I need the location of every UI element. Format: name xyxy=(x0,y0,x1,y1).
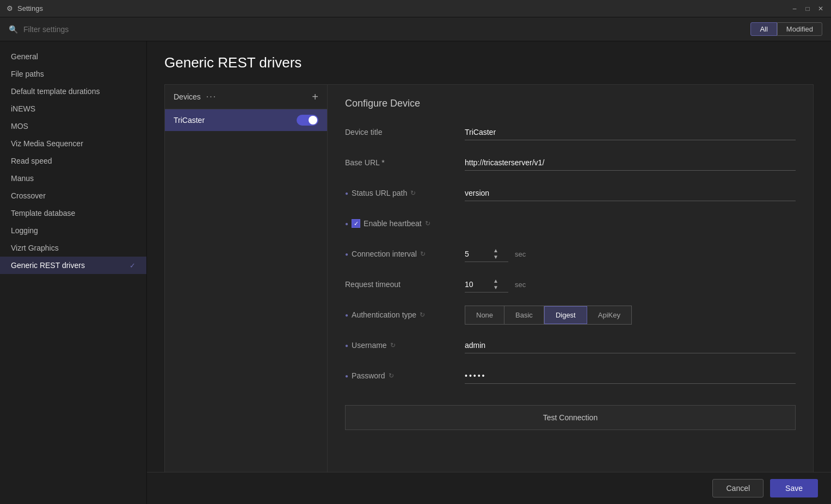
label-password: ● Password ↻ xyxy=(345,371,465,380)
sidebar-label-read-speed: Read speed xyxy=(11,157,52,165)
input-device-title[interactable] xyxy=(465,125,796,140)
sidebar-label-crossover: Crossover xyxy=(11,191,46,200)
refresh-icon-username[interactable]: ↻ xyxy=(390,341,396,349)
auth-btn-basic[interactable]: Basic xyxy=(504,306,544,324)
input-base-url[interactable] xyxy=(465,155,796,171)
form-row-device-title: Device title xyxy=(345,122,796,142)
toggle-knob xyxy=(309,116,317,125)
sidebar-item-logging[interactable]: Logging xyxy=(0,222,146,239)
sidebar-label-logging: Logging xyxy=(11,226,38,235)
page-title: Generic REST drivers xyxy=(164,54,814,71)
connection-interval-group: ▲ ▼ sec xyxy=(465,246,526,262)
devices-panel: Devices ··· + TriCaster xyxy=(164,84,328,488)
auth-btn-digest[interactable]: Digest xyxy=(544,306,587,324)
input-username[interactable] xyxy=(465,338,796,353)
input-status-url-path[interactable] xyxy=(465,185,796,201)
filter-modified-button[interactable]: Modified xyxy=(777,22,822,36)
sidebar-label-manus: Manus xyxy=(11,174,34,183)
devices-add-button[interactable]: + xyxy=(312,91,318,102)
search-icon: 🔍 xyxy=(9,25,18,34)
refresh-icon-password[interactable]: ↻ xyxy=(389,372,394,379)
label-status-url-path: ● Status URL path ↻ xyxy=(345,189,465,197)
test-connection-button[interactable]: Test Connection xyxy=(345,405,796,430)
maximize-button[interactable]: □ xyxy=(804,5,811,13)
search-bar: 🔍 All Modified xyxy=(0,17,831,41)
form-row-base-url: Base URL * xyxy=(345,153,796,172)
label-connection-interval: ● Connection interval ↻ xyxy=(345,250,465,258)
sidebar-label-viz-media-sequencer: Viz Media Sequencer xyxy=(11,139,83,148)
dot-icon-connection: ● xyxy=(345,251,348,257)
minimize-button[interactable]: – xyxy=(791,5,798,13)
sidebar-label-file-paths: File paths xyxy=(11,70,44,78)
dot-icon: ● xyxy=(345,190,348,196)
configure-panel: Configure Device Device title Base URL * xyxy=(328,84,814,488)
sidebar-item-mos[interactable]: MOS xyxy=(0,117,146,135)
form-row-request-timeout: Request timeout ▲ ▼ sec xyxy=(345,275,796,294)
dot-icon-username: ● xyxy=(345,343,348,349)
auth-btn-none[interactable]: None xyxy=(465,306,504,324)
sidebar-item-viz-media-sequencer[interactable]: Viz Media Sequencer xyxy=(0,135,146,152)
main-layout: General File paths Default template dura… xyxy=(0,41,831,504)
sidebar-item-read-speed[interactable]: Read speed xyxy=(0,152,146,170)
label-device-title: Device title xyxy=(345,128,465,136)
panels: Devices ··· + TriCaster Configure Device xyxy=(164,84,814,488)
sidebar-item-crossover[interactable]: Crossover xyxy=(0,187,146,204)
dot-icon-password: ● xyxy=(345,373,348,379)
sidebar: General File paths Default template dura… xyxy=(0,41,147,504)
device-toggle-tricaster[interactable] xyxy=(297,115,318,126)
sidebar-item-file-paths[interactable]: File paths xyxy=(0,65,146,83)
sidebar-label-inews: iNEWS xyxy=(11,104,35,113)
input-connection-interval[interactable] xyxy=(465,246,492,262)
close-button[interactable]: ✕ xyxy=(817,5,824,13)
connection-interval-unit: sec xyxy=(515,250,526,258)
sidebar-check-icon: ✓ xyxy=(130,262,136,270)
device-item-tricaster[interactable]: TriCaster xyxy=(165,109,327,131)
request-timeout-wrapper: ▲ ▼ xyxy=(465,277,508,293)
form-row-username: ● Username ↻ xyxy=(345,335,796,355)
sidebar-item-generic-rest-drivers[interactable]: Generic REST drivers ✓ xyxy=(0,257,146,274)
input-password[interactable] xyxy=(465,368,796,384)
sidebar-label-mos: MOS xyxy=(11,122,28,130)
title-bar-controls: – □ ✕ xyxy=(791,5,824,13)
form-row-connection-interval: ● Connection interval ↻ ▲ ▼ sec xyxy=(345,244,796,264)
connection-interval-up[interactable]: ▲ xyxy=(492,247,500,254)
request-timeout-up[interactable]: ▲ xyxy=(492,278,500,284)
request-timeout-steppers: ▲ ▼ xyxy=(492,278,500,291)
checkbox-enable-heartbeat[interactable]: ✓ xyxy=(352,219,360,228)
request-timeout-down[interactable]: ▼ xyxy=(492,284,500,291)
title-bar-left: ⚙ Settings xyxy=(7,4,43,13)
auth-btn-apikey[interactable]: ApiKey xyxy=(587,306,631,324)
sidebar-item-general[interactable]: General xyxy=(0,48,146,65)
sidebar-label-generic-rest-drivers: Generic REST drivers xyxy=(11,261,85,270)
form-row-password: ● Password ↻ xyxy=(345,366,796,385)
sidebar-item-vizrt-graphics[interactable]: Vizrt Graphics xyxy=(0,239,146,257)
refresh-icon-connection[interactable]: ↻ xyxy=(420,250,426,258)
label-enable-heartbeat: ● ✓ Enable heartbeat ↻ xyxy=(345,219,465,228)
sidebar-item-default-template-durations[interactable]: Default template durations xyxy=(0,83,146,100)
connection-interval-down[interactable]: ▼ xyxy=(492,254,500,260)
content-area: Generic REST drivers Devices ··· + TriCa… xyxy=(147,41,831,504)
configure-title: Configure Device xyxy=(345,98,796,109)
input-request-timeout[interactable] xyxy=(465,277,492,292)
search-input[interactable] xyxy=(23,25,745,34)
connection-interval-steppers: ▲ ▼ xyxy=(492,247,500,260)
sidebar-item-inews[interactable]: iNEWS xyxy=(0,100,146,117)
save-button[interactable]: Save xyxy=(770,479,818,497)
devices-more-button[interactable]: ··· xyxy=(206,92,217,102)
sidebar-item-template-database[interactable]: Template database xyxy=(0,204,146,222)
sidebar-item-manus[interactable]: Manus xyxy=(0,170,146,187)
refresh-icon-status-url[interactable]: ↻ xyxy=(410,189,416,197)
cancel-button[interactable]: Cancel xyxy=(712,479,764,497)
device-name-tricaster: TriCaster xyxy=(174,116,205,125)
label-username: ● Username ↻ xyxy=(345,341,465,350)
bottom-bar: Cancel Save xyxy=(147,472,831,504)
filter-buttons: All Modified xyxy=(750,22,822,36)
refresh-icon-auth[interactable]: ↻ xyxy=(420,311,425,319)
filter-all-button[interactable]: All xyxy=(750,22,777,36)
auth-type-buttons: None Basic Digest ApiKey xyxy=(465,306,632,325)
refresh-icon-heartbeat[interactable]: ↻ xyxy=(425,220,430,227)
label-base-url: Base URL * xyxy=(345,158,465,167)
bottom-spacer xyxy=(345,430,796,463)
label-auth-type: ● Authentication type ↻ xyxy=(345,310,465,319)
app-icon: ⚙ xyxy=(7,4,13,13)
